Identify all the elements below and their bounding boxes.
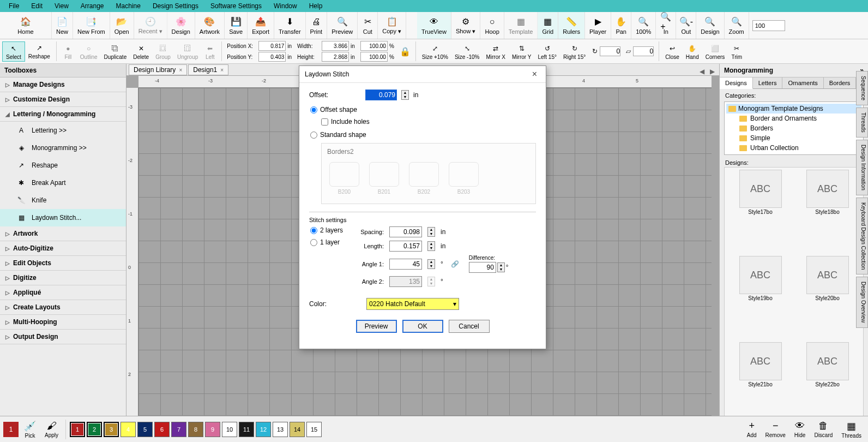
color-swatch-3[interactable]: 3	[104, 422, 119, 437]
palette-hide[interactable]: 👁Hide	[791, 420, 809, 439]
design-item[interactable]: ABCStyle21bo	[729, 342, 792, 424]
scale-w-input[interactable]	[360, 41, 388, 51]
tab-scroll-left-icon[interactable]: ◀	[697, 68, 707, 75]
tool-size--10-[interactable]: ⤡Size -10%	[451, 42, 483, 61]
tool-trim[interactable]: ✂Trim	[728, 42, 745, 61]
height-input[interactable]	[322, 52, 349, 62]
ribbon-grid[interactable]: ▦Grid	[538, 12, 558, 39]
design-item[interactable]: ABCStyle19bo	[729, 256, 792, 338]
color-swatch-4[interactable]: 4	[120, 422, 136, 437]
toolbox-item-lettering-[interactable]: ALettering >>	[0, 122, 126, 139]
tool-right-15-[interactable]: ↻Right 15°	[560, 42, 589, 61]
design-item[interactable]: ABCStyle18bo	[796, 170, 859, 252]
tool-ungroup[interactable]: ⿵Ungroup	[174, 42, 201, 61]
tool-fill[interactable]: ●Fill	[59, 42, 77, 61]
palette-discard[interactable]: 🗑Discard	[811, 420, 836, 439]
color-swatch-13[interactable]: 13	[273, 422, 288, 437]
tool-close[interactable]: ↩Close	[662, 42, 683, 61]
rotate-input[interactable]	[600, 46, 620, 56]
ribbon-in[interactable]: 🔍+In	[656, 12, 676, 39]
category-item[interactable]: Simple	[726, 133, 861, 143]
toolbox-item-break-apart[interactable]: ✱Break Apart	[0, 174, 126, 192]
spacing-spinner[interactable]: ▲▼	[427, 227, 435, 237]
color-swatch-8[interactable]: 8	[188, 422, 203, 437]
design-item[interactable]: ABCStyle20bo	[796, 256, 859, 338]
link-icon[interactable]: 🔗	[449, 260, 461, 268]
ribbon-save[interactable]: 💾Save	[225, 12, 248, 39]
ribbon-new-from[interactable]: 📑New From	[73, 12, 110, 39]
ribbon-design[interactable]: 🔍Design	[696, 12, 724, 39]
position-y-input[interactable]	[258, 52, 286, 62]
standard-shape-radio[interactable]	[310, 132, 317, 139]
close-icon[interactable]: ×	[179, 67, 182, 73]
length-input[interactable]	[389, 241, 422, 252]
ribbon-design[interactable]: 🌸Design	[167, 12, 195, 39]
palette-add[interactable]: +Add	[744, 420, 760, 439]
tool-delete[interactable]: ✕Delete	[130, 42, 152, 61]
tool-size-10-[interactable]: ⤢Size +10%	[419, 42, 451, 61]
toolbox-item-monogramming-[interactable]: ◈Monogramming >>	[0, 139, 126, 157]
menu-help[interactable]: Help	[304, 1, 328, 11]
tool-left-15-[interactable]: ↺Left 15°	[534, 42, 560, 61]
zoom-input[interactable]	[752, 20, 785, 31]
tool-mirror-y[interactable]: ⇅Mirror Y	[509, 42, 534, 61]
ribbon-print[interactable]: 🖨Print	[306, 12, 328, 39]
ribbon-pan[interactable]: ✋Pan	[611, 12, 631, 39]
toolbox-section-output-design[interactable]: ▷Output Design	[0, 330, 126, 344]
offset-spinner[interactable]: ▲▼	[401, 90, 409, 100]
side-tab-threads[interactable]: Threads	[856, 107, 868, 138]
color-swatch-11[interactable]: 11	[239, 422, 254, 437]
menu-machine[interactable]: Machine	[111, 1, 146, 11]
category-item[interactable]: Borders	[726, 123, 861, 133]
skew-input[interactable]	[633, 46, 654, 56]
angle1-input[interactable]	[389, 259, 422, 270]
ribbon-export[interactable]: 📤Export	[248, 12, 274, 39]
ribbon-zoom[interactable]: 🔍Zoom	[725, 12, 749, 39]
ribbon-100-[interactable]: 🔍100%	[631, 12, 656, 39]
ribbon-out[interactable]: 🔍-Out	[676, 12, 696, 39]
toolbox-item-laydown-stitch-[interactable]: ▦Laydown Stitch...	[0, 209, 126, 226]
tool-group[interactable]: ⿴Group	[152, 42, 174, 61]
tool-outline[interactable]: ○Outline	[77, 42, 101, 61]
tab-borders[interactable]: Borders	[824, 77, 857, 88]
include-holes-checkbox[interactable]	[321, 118, 328, 126]
ribbon-new[interactable]: 📄New	[52, 12, 73, 39]
tool-hand[interactable]: ✋Hand	[683, 42, 702, 61]
lock-aspect-icon[interactable]: 🔒	[397, 46, 413, 57]
toolbox-section-lettering-monogramming[interactable]: ◢Lettering / Monogramming	[0, 107, 126, 122]
offset-input[interactable]	[365, 89, 397, 100]
side-tab-sequence[interactable]: Sequence	[856, 71, 868, 105]
toolbox-section-auto-digitize[interactable]: ▷Auto-Digitize	[0, 241, 126, 256]
ribbon-transfer[interactable]: ⬇Transfer	[274, 12, 306, 39]
tab-design-library[interactable]: Design Library ×	[129, 64, 187, 75]
difference-spinner[interactable]: ▲▼	[497, 262, 505, 272]
difference-input[interactable]	[469, 262, 496, 273]
tab-letters[interactable]: Letters	[753, 77, 783, 88]
color-swatch-5[interactable]: 5	[137, 422, 153, 437]
color-swatch-7[interactable]: 7	[171, 422, 186, 437]
toolbox-item-knife[interactable]: 🔪Knife	[0, 192, 126, 209]
tool-select[interactable]: ↖Select	[2, 41, 25, 62]
ribbon-trueview[interactable]: 👁TrueView	[417, 12, 451, 39]
width-input[interactable]	[322, 41, 349, 51]
tool-duplicate[interactable]: ⿻Duplicate	[101, 42, 130, 61]
tab-designs[interactable]: Designs	[720, 77, 753, 89]
toolbox-item-reshape[interactable]: ↗Reshape	[0, 157, 126, 174]
menu-view[interactable]: View	[49, 1, 74, 11]
tab-scroll-right-icon[interactable]: ▶	[708, 68, 717, 75]
dialog-close-icon[interactable]: ×	[529, 69, 540, 79]
side-tab-design-overview[interactable]: Design Overview	[856, 277, 868, 328]
category-root[interactable]: Monogram Template Designs	[726, 104, 861, 114]
color-swatch-12[interactable]: 12	[256, 422, 271, 437]
menu-file[interactable]: File	[3, 1, 25, 11]
color-swatch-10[interactable]: 10	[222, 422, 237, 437]
layers-2-radio[interactable]	[310, 227, 317, 234]
color-swatch-1[interactable]: 1	[70, 422, 85, 437]
menu-window[interactable]: Window	[268, 1, 303, 11]
tool-left[interactable]: ⬅Left	[201, 42, 219, 61]
palette-remove[interactable]: −Remove	[762, 420, 789, 439]
side-tab-design-information[interactable]: Design Information	[856, 140, 868, 195]
menu-edit[interactable]: Edit	[26, 1, 48, 11]
side-tab-keyboard-design-collection[interactable]: Keyboard Design Collection	[856, 198, 868, 274]
toolbox-section-appliqué[interactable]: ▷Appliqué	[0, 285, 126, 300]
